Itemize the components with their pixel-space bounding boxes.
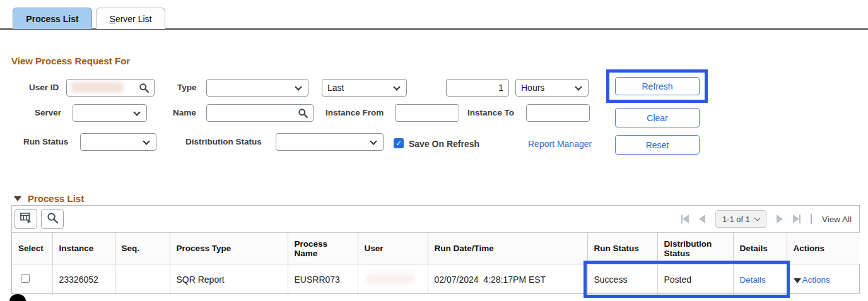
cell-seq (115, 264, 170, 295)
pagination-divider (811, 214, 812, 224)
view-all-link[interactable]: View All (822, 215, 852, 224)
cell-run-status: Success (587, 264, 657, 295)
server-label: Server (35, 104, 61, 122)
chevron-down-icon (295, 83, 302, 90)
report-manager-link[interactable]: Report Manager (528, 139, 592, 149)
row-select-checkbox[interactable] (21, 274, 30, 283)
view-process-request-heading: View Process Request For (11, 56, 130, 66)
last-select[interactable]: Last (322, 79, 407, 97)
process-list-heading: Process List (28, 193, 84, 204)
col-run-datetime: Run Date/Time (428, 233, 587, 264)
chevron-down-icon (754, 215, 761, 221)
reset-button[interactable]: Reset (615, 135, 700, 155)
first-page-button[interactable] (681, 215, 689, 223)
distribution-status-select[interactable] (276, 133, 384, 151)
row-range-select[interactable]: 1-1 of 1 (715, 210, 766, 228)
run-status-label: Run Status (23, 133, 68, 151)
col-distribution-status: Distribution Status (657, 233, 733, 264)
grid-pagination: 1-1 of 1 View All (681, 206, 852, 232)
cell-process-name: EUSRR073 (288, 264, 358, 295)
tab-process-list-label: Process List (26, 14, 78, 24)
actions-menu[interactable]: Actions (794, 274, 830, 285)
col-run-status: Run Status (587, 233, 657, 264)
instance-from-label: Instance From (326, 104, 384, 122)
col-instance: Instance (52, 233, 115, 264)
name-label: Name (173, 104, 196, 122)
clear-button[interactable]: Clear (615, 108, 700, 127)
name-input[interactable] (206, 104, 314, 122)
header-row: Select Instance Seq. Process Type Proces… (12, 233, 860, 264)
type-select[interactable] (206, 79, 308, 97)
table-row: 23326052 SQR Report EUSRR073 02/07/2024 … (12, 264, 860, 295)
instance-to-input[interactable] (526, 104, 590, 122)
grid-toolbar: 1-1 of 1 View All (12, 206, 859, 232)
user-id-label: User ID (29, 79, 59, 97)
previous-page-button[interactable] (699, 215, 705, 223)
search-icon[interactable] (139, 83, 150, 95)
details-link[interactable]: Details (740, 275, 766, 285)
process-list-table: Select Instance Seq. Process Type Proces… (12, 232, 860, 295)
instance-from-input[interactable] (395, 104, 459, 122)
duration-input[interactable]: 1 (446, 79, 509, 97)
grid-find-button[interactable] (41, 209, 64, 229)
refresh-button[interactable]: Refresh (615, 77, 700, 95)
hours-select[interactable]: Hours (515, 79, 589, 97)
cell-user (358, 264, 428, 295)
cell-run-datetime: 02/07/2024 4:28:17PM EST (428, 264, 587, 295)
col-process-type: Process Type (170, 233, 288, 264)
next-page-button[interactable] (777, 215, 783, 223)
chevron-down-icon (575, 83, 582, 90)
col-process-name: Process Name (288, 233, 358, 264)
cell-process-type: SQR Report (170, 264, 288, 295)
type-label: Type (177, 79, 197, 97)
server-select[interactable] (73, 104, 147, 122)
tab-process-list[interactable]: Process List (13, 8, 92, 29)
process-monitor-page: Process List Server List View Process Re… (0, 0, 868, 301)
run-status-select[interactable] (80, 133, 156, 151)
row-range-label: 1-1 of 1 (722, 215, 750, 224)
col-actions: Actions (787, 233, 860, 264)
distribution-status-label: Distribution Status (185, 133, 262, 151)
user-id-input[interactable] (66, 79, 155, 97)
cell-instance: 23326052 (52, 264, 115, 295)
search-icon (47, 212, 59, 227)
grid-icon (20, 212, 32, 226)
tab-server-list-label: Server List (110, 14, 152, 24)
col-user: User (358, 233, 428, 264)
last-page-button[interactable] (793, 215, 801, 223)
col-select: Select (12, 233, 52, 264)
chevron-down-icon (393, 83, 400, 90)
col-seq: Seq. (115, 233, 170, 264)
chevron-down-icon (143, 138, 150, 145)
grid-personalize-button[interactable] (15, 209, 37, 229)
instance-to-label: Instance To (467, 104, 514, 122)
chevron-down-icon (370, 138, 377, 145)
actions-link[interactable]: Actions (802, 275, 830, 285)
tab-server-list[interactable]: Server List (96, 8, 165, 29)
screen-artifact (9, 294, 26, 301)
chevron-down-icon (133, 109, 140, 115)
save-on-refresh-label: Save On Refresh (409, 135, 479, 153)
process-list-collapse-icon[interactable] (14, 196, 21, 201)
col-details: Details (733, 233, 787, 264)
process-list-grid: 1-1 of 1 View All Select Instance Seq. (11, 205, 860, 294)
triangle-down-icon (794, 278, 801, 283)
search-icon[interactable] (298, 108, 308, 121)
cell-distribution-status: Posted (657, 264, 733, 295)
save-on-refresh-checkbox[interactable] (394, 138, 404, 148)
